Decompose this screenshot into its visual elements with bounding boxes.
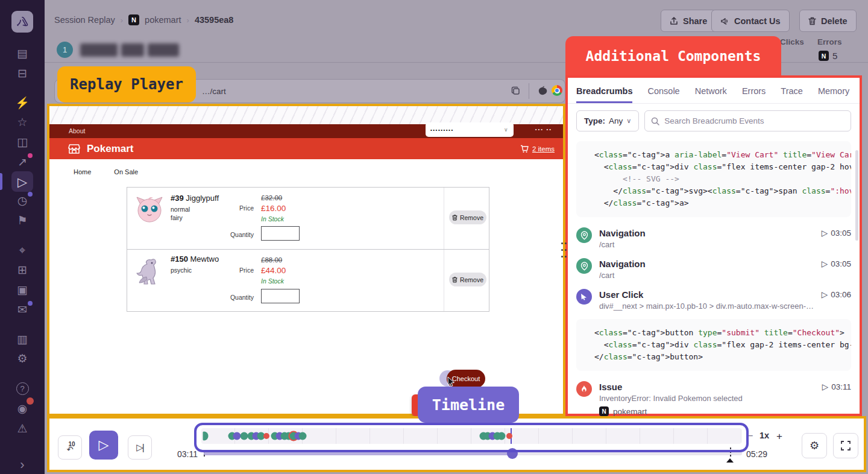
- cart-row-jigglypuff: #39 Jigglypuff normalfairy Price £32.00 …: [127, 188, 489, 249]
- quantity-input: [261, 289, 300, 303]
- redacted-username: [80, 43, 179, 57]
- seek-end-triangle-icon: [726, 458, 734, 463]
- event-timestamp-button[interactable]: ▷ 03:05: [822, 227, 851, 250]
- errors-value: 5: [832, 51, 837, 61]
- tab-console[interactable]: Console: [647, 86, 679, 103]
- duration: 05:29: [746, 449, 767, 459]
- event-timestamp-button[interactable]: ▷ 03:06: [822, 289, 851, 312]
- breadcrumb-separator: ›: [187, 16, 189, 25]
- history-badge: [28, 192, 33, 197]
- lightning-icon[interactable]: ⚡: [14, 94, 31, 111]
- panel-scrollbar[interactable]: [855, 150, 858, 241]
- share-button[interactable]: Share: [661, 10, 716, 32]
- site-nav-home: Home: [74, 168, 91, 175]
- help-icon[interactable]: ?: [14, 380, 31, 397]
- panel-filter-row: Type: Any ∨ Search Breadcrumb Events: [568, 104, 860, 136]
- breadcrumb-root[interactable]: Session Replay: [54, 15, 115, 25]
- sentry-logo-icon[interactable]: [11, 11, 33, 33]
- old-price: £32.00: [261, 194, 282, 201]
- collapse-chevron-icon[interactable]: ›: [14, 457, 31, 473]
- dashboards-icon[interactable]: ⊞: [14, 261, 31, 278]
- remove-button: Remove: [449, 210, 486, 224]
- breadcrumb-event-user-click[interactable]: User Click div#__next > main.px-10.pb-10…: [568, 283, 860, 314]
- replay-letterbox: [49, 106, 563, 124]
- breadcrumb-event-navigation-1[interactable]: Navigation /cart ▷ 03:05: [568, 222, 860, 253]
- errors-column-label: Errors: [817, 37, 842, 46]
- stock-status: In Stock: [261, 277, 284, 285]
- tab-network[interactable]: Network: [695, 86, 727, 103]
- pokemon-type: psychic: [171, 266, 192, 274]
- timeline-event-dot[interactable]: [506, 433, 512, 439]
- quantity-label: Quantity: [219, 231, 254, 238]
- timeline-event-dot[interactable]: [498, 432, 506, 440]
- projects-icon[interactable]: ⊟: [14, 65, 31, 81]
- delete-button[interactable]: Delete: [799, 10, 857, 32]
- contact-us-button[interactable]: Contact Us: [711, 10, 790, 32]
- event-title: Navigation: [599, 227, 814, 239]
- site-cart-count: 2 items: [532, 145, 555, 153]
- timeline-event-dot[interactable]: [203, 432, 209, 441]
- breadcrumb-project[interactable]: pokemart: [145, 15, 181, 25]
- type-filter-value: Any: [609, 116, 623, 125]
- replay-player[interactable]: About ••••••••• ∨ ••• •• Pokemart 2 item…: [47, 104, 565, 416]
- resize-handle[interactable]: [561, 242, 568, 261]
- breadcrumb-search-input[interactable]: Search Breadcrumb Events: [644, 110, 851, 131]
- speed-value: 1x: [760, 431, 769, 440]
- explore-icon[interactable]: ◫: [14, 133, 31, 150]
- speed-decrease-button[interactable]: −: [747, 431, 753, 441]
- event-timestamp-button[interactable]: ▷ 03:05: [822, 258, 851, 281]
- event-detail: /cart: [599, 270, 814, 281]
- session-user-row: 1: [57, 42, 179, 58]
- star-icon[interactable]: ☆: [14, 113, 31, 130]
- timeline-event-dot[interactable]: [240, 432, 248, 440]
- warning-icon[interactable]: ⚠: [14, 420, 31, 437]
- tab-breadcrumbs[interactable]: Breadcrumbs: [576, 86, 632, 103]
- type-filter-dropdown[interactable]: Type: Any ∨: [576, 110, 639, 131]
- tab-errors[interactable]: Errors: [742, 86, 766, 103]
- pokemon-type: normalfairy: [171, 205, 190, 222]
- avatar: 1: [57, 42, 73, 58]
- seek-thumb[interactable]: [507, 448, 518, 459]
- speed-increase-button[interactable]: +: [776, 431, 782, 443]
- trash-icon: [808, 17, 816, 25]
- clicks-column-label: Clicks: [780, 37, 804, 46]
- project-badge-icon: N: [128, 14, 139, 25]
- breadcrumb-event-issue[interactable]: Issue InventoryError: Invalid Pokemon se…: [568, 376, 860, 419]
- replays-play-icon[interactable]: ▷: [14, 173, 31, 190]
- rewind-10-button[interactable]: 10 ↶: [58, 435, 82, 460]
- issues-icon[interactable]: ▤: [14, 45, 31, 62]
- timeline-track[interactable]: [201, 428, 741, 444]
- gear-icon[interactable]: ⚙: [14, 350, 31, 367]
- rewind-arrow-icon: ↶: [67, 446, 74, 453]
- telescope-icon[interactable]: ⌖: [14, 241, 31, 258]
- replay-url: …/cart: [202, 87, 226, 96]
- fullscreen-button[interactable]: [833, 433, 858, 458]
- seek-bar[interactable]: [204, 452, 742, 455]
- sidebar: ▤ ⊟ ⚡ ☆ ◫ ↗ ▷ ◷ ⚑ ⌖ ⊞ ▣ ✉ ▥ ⚙ ? ◉ ⚠ ›: [0, 0, 45, 474]
- stats-icon[interactable]: ▥: [14, 330, 31, 347]
- timeline-event-dot[interactable]: [299, 432, 307, 440]
- skip-to-end-button[interactable]: ▷|: [128, 435, 152, 460]
- site-nav-onsale: On Sale: [114, 168, 138, 175]
- event-timestamp-button[interactable]: ▷ 03:11: [822, 381, 851, 416]
- breadcrumb-event-navigation-2[interactable]: Navigation /cart ▷ 03:05: [568, 253, 860, 283]
- code-block-view-cart: <class="c-tag">a aria-label="View Cart" …: [576, 141, 851, 217]
- tab-trace[interactable]: Trace: [781, 86, 803, 103]
- table-column-divider: [444, 250, 444, 311]
- urlbar-divider: [529, 83, 529, 99]
- price-label: Price: [224, 267, 254, 274]
- pokemon-name: #150 Mewtwo: [171, 254, 219, 264]
- code-block-checkout: <class="c-tag">button type="submit" titl…: [576, 319, 851, 371]
- copy-icon[interactable]: [511, 86, 521, 96]
- site-masked-text: ••• ••: [535, 127, 552, 132]
- releases-icon[interactable]: ▣: [14, 281, 31, 298]
- settings-gear-button[interactable]: ⚙: [802, 433, 827, 458]
- broadcast-badge: [27, 397, 34, 405]
- tab-memory[interactable]: Memory: [818, 86, 849, 103]
- timeline-event-dot[interactable]: [263, 433, 269, 439]
- search-placeholder: Search Breadcrumb Events: [664, 116, 764, 125]
- play-button[interactable]: ▷: [89, 431, 118, 460]
- site-brand: Pokemart: [87, 143, 133, 155]
- navigation-pin-icon: [576, 227, 592, 243]
- siren-icon[interactable]: ⚑: [14, 212, 31, 229]
